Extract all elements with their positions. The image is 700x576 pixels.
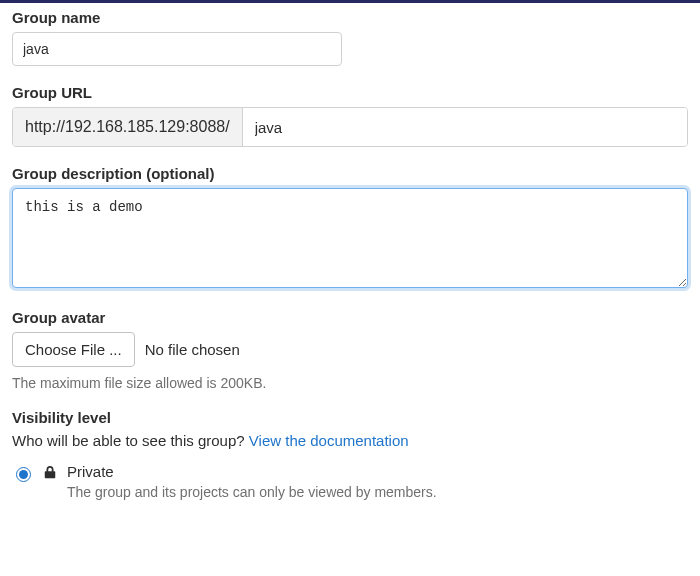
visibility-label: Visibility level <box>12 409 688 426</box>
visibility-desc-text: Who will be able to see this group? <box>12 432 249 449</box>
radio-desc-private: The group and its projects can only be v… <box>67 484 437 500</box>
group-name-input[interactable] <box>12 32 342 66</box>
visibility-option-private: Private The group and its projects can o… <box>12 463 688 500</box>
group-url-label: Group URL <box>12 84 688 101</box>
choose-file-button[interactable]: Choose File ... <box>12 332 135 367</box>
group-name-section: Group name <box>12 9 688 66</box>
group-name-label: Group name <box>12 9 688 26</box>
radio-title-row: Private <box>43 463 437 480</box>
file-status-text: No file chosen <box>145 341 240 358</box>
group-form: Group name Group URL http://192.168.185.… <box>0 3 700 530</box>
group-url-prefix: http://192.168.185.129:8088/ <box>13 108 243 146</box>
radio-title-private: Private <box>67 463 114 480</box>
file-chooser-row: Choose File ... No file chosen <box>12 332 688 367</box>
group-url-section: Group URL http://192.168.185.129:8088/ <box>12 84 688 147</box>
visibility-doc-link[interactable]: View the documentation <box>249 432 409 449</box>
visibility-section: Visibility level Who will be able to see… <box>12 409 688 500</box>
group-url-group: http://192.168.185.129:8088/ <box>12 107 688 147</box>
lock-icon <box>43 465 57 479</box>
group-url-input[interactable] <box>243 108 687 146</box>
visibility-description: Who will be able to see this group? View… <box>12 432 688 449</box>
avatar-help-text: The maximum file size allowed is 200KB. <box>12 375 688 391</box>
radio-content: Private The group and its projects can o… <box>43 463 437 500</box>
group-avatar-section: Group avatar Choose File ... No file cho… <box>12 309 688 391</box>
group-avatar-label: Group avatar <box>12 309 688 326</box>
visibility-radio-private[interactable] <box>16 467 31 482</box>
group-description-input[interactable] <box>12 188 688 288</box>
group-description-section: Group description (optional) <box>12 165 688 291</box>
group-description-label: Group description (optional) <box>12 165 688 182</box>
